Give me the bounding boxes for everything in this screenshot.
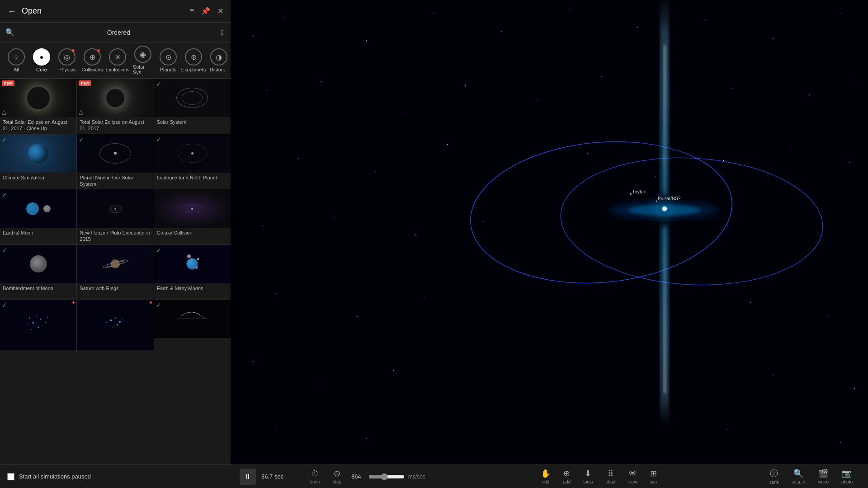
video-label: video (818, 479, 829, 484)
search-button[interactable]: 🔍 search (792, 469, 805, 484)
list-item[interactable]: ✓ Evidence for a Ninth Planet (154, 134, 231, 189)
new-badge: new (79, 80, 91, 86)
svg-point-67 (253, 361, 254, 362)
svg-point-34 (705, 20, 706, 21)
svg-point-29 (366, 40, 367, 41)
tab-histori[interactable]: ◑ Histori... (206, 47, 231, 74)
chart-icon: ⠿ (608, 469, 613, 479)
time-display: 36.7 sec (261, 473, 293, 480)
chart-button[interactable]: ⠿ chart (605, 469, 615, 484)
tab-core[interactable]: ● Core (29, 47, 54, 74)
tools-button[interactable]: ⬇ tools (583, 469, 593, 484)
item-label (77, 350, 153, 354)
close-icon[interactable]: ✕ (217, 7, 223, 15)
add-button[interactable]: ⊕ add (563, 469, 571, 484)
pin-icon[interactable]: 📌 (201, 7, 210, 15)
photo-label: photo (841, 479, 853, 484)
svg-point-45 (809, 94, 810, 95)
item-label: Solar System (154, 117, 231, 127)
list-item[interactable]: Saturn with Rings (77, 245, 154, 299)
svg-point-31 (501, 31, 502, 32)
svg-point-56 (262, 225, 263, 226)
list-item[interactable] (77, 300, 154, 354)
svg-point-66 (827, 316, 828, 317)
grid-row: ✓ (0, 300, 231, 354)
tab-collisions[interactable]: ⊕ Collisions (80, 47, 105, 74)
svg-point-74 (727, 429, 728, 430)
svg-point-48 (375, 171, 376, 172)
svg-point-64 (425, 298, 425, 298)
svg-point-65 (750, 302, 751, 303)
item-label: Galaxy Collision (154, 228, 231, 238)
play-pause-button[interactable]: ⏸ (240, 469, 256, 485)
tab-all[interactable]: ○ All (4, 47, 29, 74)
edit-label: edit (542, 479, 549, 484)
speed-slider[interactable] (368, 473, 405, 480)
svg-point-46 (854, 81, 854, 81)
list-item[interactable]: ✓ (0, 300, 77, 354)
sim-button[interactable]: ⊞ sim (650, 469, 657, 484)
item-label (154, 338, 231, 342)
svg-point-38 (321, 81, 321, 82)
tab-solar-sys[interactable]: ◉ Solar Sys. (130, 44, 156, 77)
item-label: Total Solar Eclipse on August 21, 2017 -… (0, 117, 76, 134)
view-button[interactable]: 👁 view (628, 469, 637, 484)
svg-point-39 (402, 113, 402, 113)
tab-planets[interactable]: ⊙ Planets (156, 47, 181, 74)
view-icon: 👁 (629, 469, 637, 479)
tab-exoplanets[interactable]: ⊛ Exoplanets (181, 47, 206, 74)
list-item[interactable]: New Horizon Pluto Encounter in 2015 (77, 189, 154, 244)
svg-point-16 (47, 317, 48, 318)
list-item[interactable]: ✓ Planet Nine in Our Solar System (77, 134, 154, 189)
list-item[interactable]: ✓ Earth & Moon (0, 189, 77, 244)
pause-label[interactable]: Start all simulations paused (19, 473, 91, 480)
grid-content[interactable]: new △ Total Solar Eclipse on August 21, … (0, 79, 231, 465)
photo-button[interactable]: 📷 photo (841, 469, 853, 484)
chart-label: chart (605, 479, 615, 484)
video-button[interactable]: 🎬 video (818, 469, 829, 484)
tools-icon: ⬇ (585, 469, 591, 479)
item-label: Earth & Moon (0, 228, 76, 238)
list-item[interactable]: new △ Total Solar Eclipse on August 21, … (77, 79, 154, 134)
sim-icon: ⊞ (650, 469, 657, 479)
svg-point-7 (111, 259, 120, 268)
stats-button[interactable]: ⓘ stats (769, 468, 779, 485)
svg-point-50 (515, 167, 515, 167)
list-item[interactable]: ✓ (154, 300, 231, 354)
svg-point-72 (275, 429, 276, 429)
svg-point-11 (32, 322, 34, 324)
list-item[interactable]: ✓ Bombardment of Moon (0, 245, 77, 299)
item-label (0, 350, 76, 354)
back-button[interactable]: ← (7, 6, 16, 16)
svg-point-35 (773, 38, 774, 39)
timer-button[interactable]: ⏱ timer (310, 469, 320, 484)
svg-point-55 (849, 162, 850, 163)
check-mark: ✓ (2, 247, 7, 254)
list-icon[interactable]: ≡ (190, 7, 194, 15)
svg-point-9 (28, 317, 30, 319)
tab-physics[interactable]: ◎ Physics (54, 47, 80, 74)
tab-explosions[interactable]: ✳ Explosions (105, 47, 130, 74)
svg-point-68 (321, 384, 321, 385)
list-item[interactable]: Galaxy Collision (154, 189, 231, 244)
pause-checkbox[interactable] (7, 473, 14, 480)
svg-point-37 (266, 90, 267, 91)
svg-point-14 (45, 322, 46, 323)
list-item[interactable]: new △ Total Solar Eclipse on August 21, … (0, 79, 77, 134)
svg-point-40 (465, 85, 466, 86)
grid-row: new △ Total Solar Eclipse on August 21, … (0, 79, 231, 134)
list-item[interactable]: ✓ Climate Simulation (0, 134, 77, 189)
svg-point-5 (191, 208, 193, 210)
list-item[interactable]: ✓ Earth & Many Moons (154, 245, 231, 299)
timer-icon: ⏱ (311, 469, 319, 479)
svg-text:Pulsar/NS?: Pulsar/NS? (658, 196, 681, 201)
list-item[interactable]: ✓ Solar System (154, 79, 231, 134)
svg-point-23 (113, 327, 113, 328)
sort-icon[interactable]: ⇧ (219, 28, 225, 37)
svg-point-62 (275, 293, 276, 294)
left-panel: ← Open ≡ 📌 ✕ 🔍 Ordered ⇧ ○ All ● Core (0, 0, 231, 488)
svg-point-69 (393, 370, 394, 371)
edit-button[interactable]: ✋ edit (541, 469, 551, 484)
grid-row: ✓ Climate Simulation ✓ Planet Nine in Ou… (0, 134, 231, 190)
step-button[interactable]: ⊙ step (333, 469, 341, 484)
